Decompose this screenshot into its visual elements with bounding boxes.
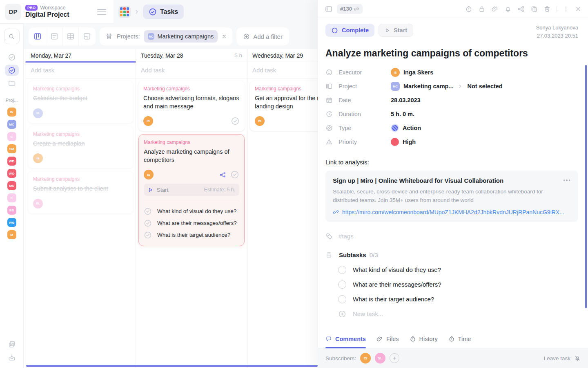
check-circle-icon[interactable] [144,207,152,215]
attachment-icon[interactable] [491,5,499,13]
tab-comments[interactable]: Comments [325,330,366,348]
duplicate-icon[interactable] [530,5,538,13]
tab-files[interactable]: Files [376,330,399,348]
list-view-button[interactable] [46,27,62,45]
assignee-avatar[interactable]: IS [33,153,43,163]
complete-button[interactable]: Complete [325,24,374,37]
card-subtask[interactable]: What is their target audience? [144,229,239,241]
project-avatar[interactable]: WD [7,157,16,166]
task-card[interactable]: Marketing campaigns Choose advertising f… [138,81,245,131]
timeline-view-button[interactable] [78,27,95,45]
remove-filter-icon[interactable] [222,34,227,39]
assignee-avatar[interactable]: IK [33,108,43,118]
link-url[interactable]: https://miro.com/welcomeonboard/MUpoZ1JK… [333,209,571,215]
assignee-avatar[interactable]: IS [255,116,265,126]
horizontal-scrollbar[interactable] [26,365,318,367]
project-avatar[interactable]: M [7,230,16,239]
project-value[interactable]: MC Marketing camp... Not selected [391,82,503,91]
duration-value[interactable]: 5 h. 0 m. [391,111,414,117]
vertical-scrollbar[interactable] [585,65,587,308]
priority-value[interactable]: High [391,138,416,146]
subtask-row[interactable]: What are their messages/offers? [338,277,578,292]
archive-button[interactable] [8,353,16,361]
link-options-icon[interactable] [563,177,571,184]
apps-grid-icon[interactable] [118,6,131,18]
task-id-chip[interactable]: #130 [337,4,363,14]
board-not-selected[interactable]: Not selected [467,83,502,90]
start-button[interactable]: Start [379,24,413,37]
project-avatar[interactable]: WO [7,169,16,178]
card-subtask[interactable]: What are their messages/offers? [144,217,239,229]
project-avatar[interactable]: MS [7,181,16,190]
assignee-avatar[interactable]: IS [143,116,153,126]
check-circle-icon[interactable] [144,219,152,227]
subtask-title[interactable]: What is their target audience? [353,296,434,303]
play-icon [148,187,153,193]
search-button[interactable] [4,29,20,44]
subtasks-tree-icon[interactable] [517,5,525,13]
complete-task-icon[interactable] [230,170,239,179]
link-preview-card[interactable]: Sign up | Miro | Online Whiteboard for V… [325,171,578,222]
tags-input[interactable]: #tags [325,233,578,240]
check-circle-icon[interactable] [144,231,152,239]
start-timer-bar[interactable]: Start Estimate: 5 h. [144,184,239,196]
filter-sliders-icon[interactable] [105,33,113,40]
project-avatar[interactable]: WG [7,218,16,227]
project-avatar[interactable]: SM [7,144,16,153]
task-card[interactable]: Marketing campaigns Get an approval for … [250,81,318,131]
subtask-checkbox[interactable] [338,295,346,303]
new-subtask-input[interactable]: New task... [338,307,578,321]
subtask-checkbox[interactable] [338,280,346,289]
subtask-title[interactable]: What kind of visual do they use? [353,266,441,273]
project-avatar[interactable]: W [7,108,16,117]
task-card[interactable]: Marketing campaigns Submit analytics to … [28,171,133,213]
sidebar-item-tasks-active[interactable] [5,65,19,76]
sidebar-item-my-tasks[interactable] [8,53,16,61]
more-options-icon[interactable] [563,6,569,12]
task-card[interactable]: Marketing campaigns Calculate the budget… [28,81,133,123]
workspace-logo[interactable]: DP [5,4,21,20]
subtask-checkbox[interactable] [338,266,346,274]
filter-chip-marketing-campaigns[interactable]: MC Marketing campaigns [144,30,218,43]
delete-icon[interactable] [543,5,551,13]
add-subscriber-button[interactable] [390,353,399,363]
complete-task-icon[interactable] [231,117,240,126]
close-panel-icon[interactable] [575,6,581,12]
task-card-selected[interactable]: Marketing campaigns Analyze marketing ca… [138,134,245,246]
tab-tasks[interactable]: Tasks [143,4,184,19]
subtask-row[interactable]: What is their target audience? [338,292,578,307]
executor-value[interactable]: IS Inga Skers [391,68,433,77]
add-task-input[interactable]: Add task [247,62,318,79]
task-card[interactable]: Marketing campaigns Create a mediaplan I… [28,126,133,168]
tab-time[interactable]: Time [448,330,471,348]
add-task-input[interactable]: Add task [26,62,136,79]
subtask-row[interactable]: What kind of visual do they use? [338,263,578,277]
project-avatar[interactable]: MC [7,120,16,129]
type-value[interactable]: Action [391,124,421,132]
sidebar-item-folders[interactable] [8,79,16,87]
table-view-button[interactable] [62,27,78,45]
menu-icon[interactable] [97,9,106,15]
lock-icon[interactable] [478,5,486,13]
leave-task-button[interactable]: Leave task [544,355,581,361]
add-task-input[interactable]: Add task [136,62,247,79]
project-avatar[interactable]: BS [7,206,16,215]
collapse-panel-icon[interactable] [325,5,333,13]
assignee-avatar[interactable]: SL [33,199,43,209]
templates-button[interactable] [8,340,16,348]
assignee-avatar[interactable]: IS [144,170,154,180]
subtask-title[interactable]: What are their messages/offers? [353,281,441,288]
subscriber-avatar[interactable]: SL [375,353,385,364]
project-avatar[interactable]: E [7,193,16,202]
add-filter-button[interactable]: Add a filter [236,27,289,45]
task-title[interactable]: Analyze marketing campaigns of competito… [325,48,578,59]
date-value[interactable]: 28.03.2023 [391,97,421,103]
project-avatar[interactable]: C [7,132,16,141]
notification-bell-icon[interactable] [504,5,512,13]
timer-icon[interactable] [465,5,472,13]
subscriber-avatar[interactable]: IS [360,353,371,364]
tab-history[interactable]: History [410,330,438,348]
workspace-info[interactable]: PRO Workspace Digital Project [25,5,97,18]
board-view-button[interactable] [29,27,46,45]
card-subtask[interactable]: What kind of visual do they use? [144,205,239,217]
